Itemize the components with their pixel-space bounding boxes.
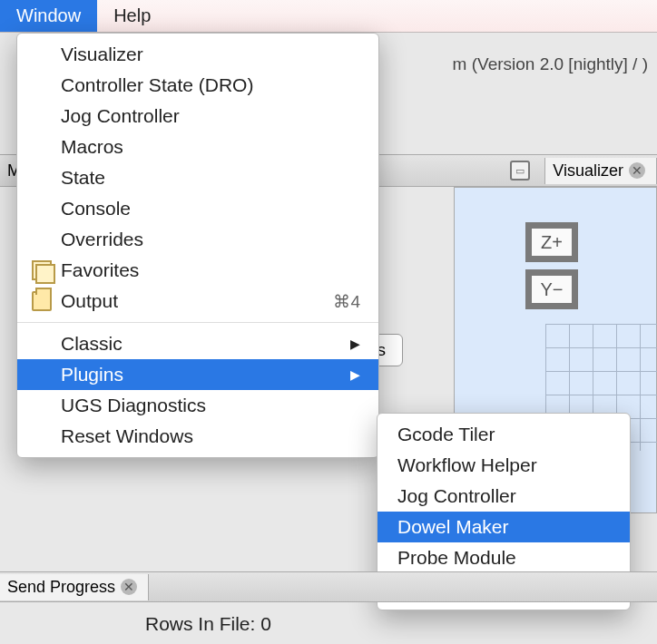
menu-item-reset-windows[interactable]: Reset Windows — [17, 421, 378, 452]
submenu-arrow-icon: ▶ — [350, 367, 360, 382]
menu-separator — [17, 322, 378, 323]
window-dropdown-menu: Visualizer Controller State (DRO) Jog Co… — [16, 33, 379, 458]
output-icon — [32, 291, 52, 311]
close-icon[interactable]: ✕ — [629, 162, 645, 179]
submenu-dowel-maker[interactable]: Dowel Maker — [378, 512, 630, 542]
menu-item-jog-controller[interactable]: Jog Controller — [17, 101, 378, 132]
submenu-arrow-icon: ▶ — [350, 337, 360, 351]
send-progress-tab[interactable]: Send Progress ✕ — [0, 574, 149, 600]
z-plus-button[interactable]: Z+ — [525, 222, 578, 262]
bottom-tabs-row: Send Progress ✕ — [0, 571, 657, 602]
visualizer-tab-label: Visualizer — [553, 161, 623, 181]
y-minus-button[interactable]: Y− — [525, 269, 578, 309]
menu-item-macros[interactable]: Macros — [17, 132, 378, 162]
output-shortcut: ⌘4 — [333, 291, 360, 312]
menu-item-favorites[interactable]: Favorites — [17, 255, 378, 286]
menu-item-overrides[interactable]: Overrides — [17, 224, 378, 255]
submenu-gcode-tiler[interactable]: Gcode Tiler — [378, 419, 630, 450]
close-icon[interactable]: ✕ — [121, 579, 137, 595]
menu-window[interactable]: Window — [0, 0, 97, 32]
menu-item-ugs-diagnostics[interactable]: UGS Diagnostics — [17, 390, 378, 421]
menu-item-controller-state[interactable]: Controller State (DRO) — [17, 70, 378, 101]
send-progress-label: Send Progress — [7, 578, 115, 597]
menu-item-console[interactable]: Console — [17, 193, 378, 224]
window-title-fragment: m (Version 2.0 [nightly] / ) — [453, 54, 648, 74]
rows-in-file-label: Rows In File: 0 — [145, 613, 271, 635]
submenu-workflow-helper[interactable]: Workflow Helper — [378, 450, 630, 481]
menu-help[interactable]: Help — [97, 0, 167, 32]
submenu-jog-controller[interactable]: Jog Controller — [378, 481, 630, 512]
menu-item-output[interactable]: Output ⌘4 — [17, 286, 378, 317]
menu-item-plugins[interactable]: Plugins ▶ — [17, 359, 378, 390]
window-restore-icon[interactable]: ▭ — [510, 161, 530, 181]
menu-item-visualizer[interactable]: Visualizer — [17, 39, 378, 70]
submenu-probe-module[interactable]: Probe Module — [378, 542, 630, 573]
menu-item-state[interactable]: State — [17, 162, 378, 193]
menu-item-classic[interactable]: Classic ▶ — [17, 328, 378, 359]
visualizer-tab[interactable]: Visualizer ✕ — [544, 158, 657, 184]
menubar: Window Help — [0, 0, 657, 33]
favorites-icon — [32, 260, 52, 280]
